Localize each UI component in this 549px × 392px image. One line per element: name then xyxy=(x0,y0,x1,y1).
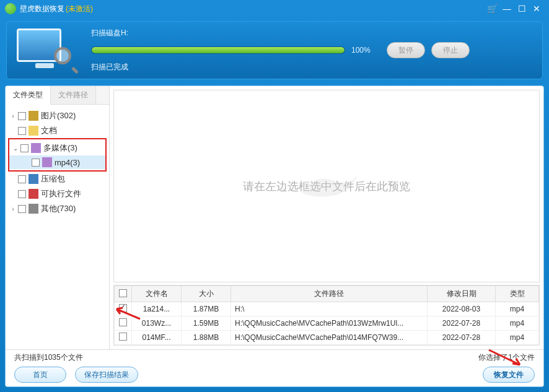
app-logo-icon xyxy=(5,3,16,14)
col-path[interactable]: 文件路径 xyxy=(231,286,428,302)
scan-progress-fill xyxy=(92,47,345,53)
cell-size: 1.87MB xyxy=(182,302,231,316)
row-checkbox[interactable] xyxy=(119,318,127,326)
home-button[interactable]: 首页 xyxy=(14,367,66,383)
chevron-right-icon[interactable]: › xyxy=(9,206,17,212)
select-all-checkbox[interactable] xyxy=(119,289,127,297)
cell-mtime: 2022-07-28 xyxy=(428,331,496,345)
scan-panel: 扫描磁盘H: 100% 暂停 停止 扫描已完成 xyxy=(6,21,543,79)
sidebar: 文件类型 文件路径 › 图片(302) 文档 xyxy=(6,86,110,349)
monitor-scan-icon xyxy=(17,28,72,72)
tree-item-other[interactable]: › 其他(730) xyxy=(7,201,108,216)
cell-size: 1.59MB xyxy=(182,316,231,331)
minimize-button[interactable]: — xyxy=(499,2,514,15)
checkbox[interactable] xyxy=(18,112,26,120)
stop-button[interactable]: 停止 xyxy=(431,42,470,58)
selected-count-label: 你选择了1个文件 xyxy=(478,352,535,363)
table-row[interactable]: 013Wz...1.59MBH:\QQMusicCache\MVCachePat… xyxy=(115,316,539,331)
tree-label: 文档 xyxy=(41,125,57,136)
col-type[interactable]: 类型 xyxy=(496,286,539,302)
close-button[interactable]: ✕ xyxy=(529,2,544,15)
col-size[interactable]: 大小 xyxy=(182,286,231,302)
tab-file-path[interactable]: 文件路径 xyxy=(51,86,96,104)
pause-button[interactable]: 暂停 xyxy=(387,42,425,58)
archive-icon xyxy=(29,174,38,184)
scanned-count-label: 共扫描到1035个文件 xyxy=(14,352,83,363)
other-icon xyxy=(29,204,38,214)
checkbox[interactable] xyxy=(20,144,29,152)
tree-item-multimedia[interactable]: ⌄ 多媒体(3) xyxy=(9,141,105,155)
app-window: 壁虎数据恢复 (未激活) 🛒 — ☐ ✕ 扫描磁盘H: 100% 暂停 停止 xyxy=(0,0,549,392)
cell-filename: 013Wz... xyxy=(132,316,182,331)
tree-label: 可执行文件 xyxy=(41,188,81,199)
checkbox[interactable] xyxy=(18,205,26,213)
table-row[interactable]: 014MF...1.88MBH:\QQMusicCache\MVCachePat… xyxy=(115,331,539,345)
checkbox[interactable] xyxy=(18,190,26,198)
cart-icon[interactable]: 🛒 xyxy=(485,2,499,15)
recover-button[interactable]: 恢复文件 xyxy=(483,367,535,383)
col-mtime[interactable]: 修改日期 xyxy=(428,286,496,302)
checkbox[interactable] xyxy=(32,159,40,167)
preview-panel: 请在左边选框选中文件后在此预览 xyxy=(113,90,540,282)
tree-item-mp4[interactable]: mp4(3) xyxy=(9,155,105,169)
save-results-button[interactable]: 保存扫描结果 xyxy=(75,367,138,383)
tree-item-documents[interactable]: 文档 xyxy=(7,123,108,138)
tree-label: mp4(3) xyxy=(55,158,80,167)
tree-label: 其他(730) xyxy=(41,203,76,214)
app-title: 壁虎数据恢复 xyxy=(20,4,64,14)
footer: 共扫描到1035个文件 你选择了1个文件 首页 保存扫描结果 恢复文件 xyxy=(6,349,543,386)
main-panel: 请在左边选框选中文件后在此预览 文件名 大小 文件路径 修改日期 类型 xyxy=(110,86,543,349)
cell-mtime: 2022-08-03 xyxy=(428,302,496,316)
cell-type: mp4 xyxy=(496,316,539,331)
picture-icon xyxy=(29,111,38,121)
cell-filename: 014MF... xyxy=(132,331,182,345)
tree-item-archive[interactable]: 压缩包 xyxy=(7,172,108,186)
chevron-right-icon[interactable]: › xyxy=(9,113,17,120)
gecko-watermark-icon xyxy=(289,162,364,211)
scan-target-label: 扫描磁盘H: xyxy=(91,28,532,38)
cell-path: H:\QQMusicCache\MVCachePath\013WzMrw1Ul.… xyxy=(231,316,428,331)
col-filename[interactable]: 文件名 xyxy=(132,286,182,302)
chevron-down-icon[interactable]: ⌄ xyxy=(12,145,19,152)
tree-item-executable[interactable]: 可执行文件 xyxy=(7,186,108,201)
scan-info: 扫描磁盘H: 100% 暂停 停止 扫描已完成 xyxy=(91,28,532,72)
tab-file-type[interactable]: 文件类型 xyxy=(6,86,51,105)
highlight-box: ⌄ 多媒体(3) mp4(3) xyxy=(8,138,107,172)
document-icon xyxy=(29,126,38,136)
cell-filename: 1a214... xyxy=(132,302,182,316)
scan-progress-bar xyxy=(91,46,345,54)
row-checkbox[interactable] xyxy=(119,333,127,341)
table-header-row: 文件名 大小 文件路径 修改日期 类型 xyxy=(115,286,539,302)
tree-label: 图片(302) xyxy=(41,110,76,121)
cell-type: mp4 xyxy=(496,331,539,345)
tree-label: 压缩包 xyxy=(41,173,65,185)
executable-icon xyxy=(29,189,38,199)
file-type-tree: › 图片(302) 文档 ⌄ xyxy=(6,105,109,220)
checkbox[interactable] xyxy=(18,127,26,135)
media-icon xyxy=(31,143,41,153)
cell-type: mp4 xyxy=(496,302,539,316)
cell-mtime: 2022-07-28 xyxy=(428,316,496,331)
cell-path: H:\QQMusicCache\MVCachePath\014MFQ7W39..… xyxy=(231,331,428,345)
tree-item-pictures[interactable]: › 图片(302) xyxy=(7,108,108,123)
cell-size: 1.88MB xyxy=(182,331,231,345)
media-icon xyxy=(42,157,52,167)
titlebar: 壁虎数据恢复 (未激活) 🛒 — ☐ ✕ xyxy=(0,0,549,17)
sidebar-tabs: 文件类型 文件路径 xyxy=(6,86,109,105)
scan-done-label: 扫描已完成 xyxy=(91,62,532,72)
cell-path: H:\ xyxy=(231,302,428,316)
tree-label: 多媒体(3) xyxy=(43,142,77,154)
table-row[interactable]: 1a214...1.87MBH:\2022-08-03mp4 xyxy=(115,302,539,316)
content-area: 文件类型 文件路径 › 图片(302) 文档 xyxy=(5,85,544,387)
row-checkbox[interactable] xyxy=(119,304,127,312)
file-table: 文件名 大小 文件路径 修改日期 类型 1a214...1.87MBH:\202… xyxy=(113,285,540,346)
scan-progress-percent: 100% xyxy=(351,46,371,54)
maximize-button[interactable]: ☐ xyxy=(514,2,529,15)
not-activated-label: (未激活) xyxy=(66,4,93,14)
checkbox[interactable] xyxy=(18,175,26,183)
